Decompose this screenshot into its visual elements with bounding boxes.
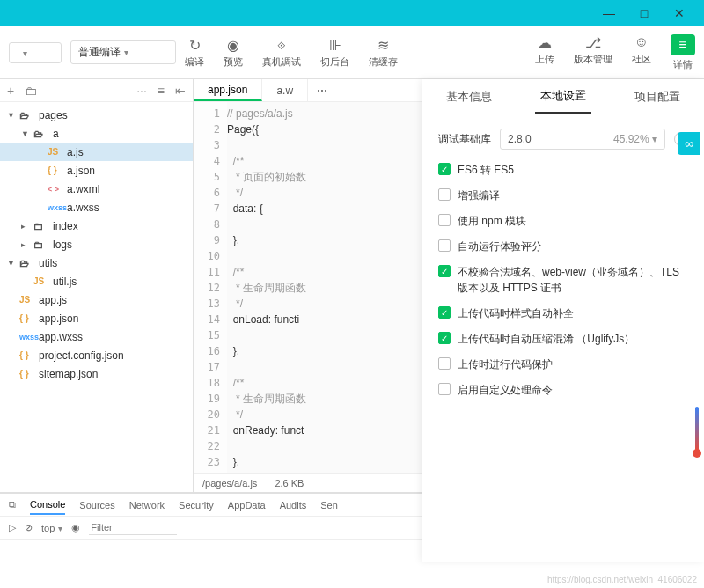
file-explorer: + 🗀 ··· ≡ ⇤ ▼🗁pages▼🗁aJSa.js{ }a.json< >…: [0, 79, 194, 492]
tree-item-logs[interactable]: ▸🗀logs: [0, 235, 193, 254]
devtools-tab-Audits[interactable]: Audits: [280, 500, 307, 511]
inspect-icon[interactable]: ⧉: [9, 499, 16, 511]
tree-item-project.config.json[interactable]: { }project.config.json: [0, 346, 193, 364]
setting-check-1[interactable]: 增强编译: [438, 187, 688, 203]
branch-icon: ⎇: [585, 34, 601, 50]
tree-item-util.js[interactable]: JSutil.js: [0, 272, 193, 290]
setting-check-6[interactable]: ✓上传代码时自动压缩混淆 （UglifyJs）: [438, 331, 688, 347]
context-select[interactable]: top: [41, 523, 62, 533]
stack-icon: ≋: [378, 37, 389, 53]
preview-button[interactable]: ◉预览: [224, 37, 243, 69]
explorer-more-1[interactable]: ···: [136, 84, 147, 98]
explorer-more-2[interactable]: ≡: [158, 84, 165, 98]
tree-item-a.wxss[interactable]: wxssa.wxss: [0, 198, 193, 217]
cut-icon-bg: ⊪: [329, 37, 341, 53]
checkbox-icon[interactable]: [438, 239, 451, 252]
debug-lib-label: 调试基础库: [438, 132, 491, 147]
settings-panel: 基本信息本地设置项目配置 调试基础库 2.8.0 45.92% ▾ ? ✓ES6…: [422, 79, 704, 562]
watermark: https://blog.csdn.net/weixin_41606022: [547, 575, 697, 584]
real-debug-button[interactable]: ⟐真机调试: [262, 37, 301, 69]
devtools-tab-Sources[interactable]: Sources: [79, 500, 114, 511]
settings-tab-1[interactable]: 本地设置: [535, 79, 591, 114]
thermometer-icon: [693, 405, 700, 458]
setting-check-7[interactable]: 上传时进行代码保护: [438, 356, 688, 372]
clear-cache-button[interactable]: ≋清缓存: [369, 37, 398, 69]
compile-button[interactable]: ↻编译: [185, 37, 204, 69]
checkbox-icon[interactable]: ✓: [438, 332, 451, 344]
setting-check-2[interactable]: 使用 npm 模块: [438, 213, 688, 229]
tree-item-a.json[interactable]: { }a.json: [0, 161, 193, 180]
editor-tab-app.json[interactable]: app.json: [194, 79, 262, 101]
tree-item-sitemap.json[interactable]: { }sitemap.json: [0, 364, 193, 383]
tree-item-app.js[interactable]: JSapp.js: [0, 290, 193, 309]
setting-check-4[interactable]: ✓不校验合法域名、web-view（业务域名）、TLS 版本以及 HTTPS 证…: [438, 264, 688, 296]
status-size: 2.6 KB: [275, 478, 304, 489]
setting-check-3[interactable]: 自动运行体验评分: [438, 239, 688, 254]
open-folder-button[interactable]: 🗀: [25, 84, 37, 98]
maximize-button[interactable]: □: [627, 6, 662, 20]
debug-lib-row: 调试基础库 2.8.0 45.92% ▾ ?: [438, 129, 688, 150]
detail-button[interactable]: ≡详情: [671, 34, 695, 71]
main-toolbar: 普通编译 ↻编译 ◉预览 ⟐真机调试 ⊪切后台 ≋清缓存 ☁上传 ⎇版本管理 ☺…: [0, 26, 704, 79]
tree-item-a.wxml[interactable]: < >a.wxml: [0, 180, 193, 198]
devtools-tab-Security[interactable]: Security: [179, 500, 214, 511]
devtools-tab-Network[interactable]: Network: [129, 500, 165, 511]
minimize-button[interactable]: —: [591, 6, 627, 20]
checkbox-icon[interactable]: [438, 357, 451, 370]
tree-item-utils[interactable]: ▼🗁utils: [0, 254, 193, 272]
editor-tab-a.w[interactable]: a.w: [262, 79, 308, 101]
share-badge[interactable]: ∞: [678, 132, 700, 155]
phone-debug-icon: ⟐: [277, 37, 286, 53]
editor-tabs-more[interactable]: ⋯: [308, 85, 336, 97]
community-button[interactable]: ☺社区: [632, 34, 651, 71]
tree-item-index[interactable]: ▸🗀index: [0, 217, 193, 235]
upload-button[interactable]: ☁上传: [535, 34, 554, 71]
new-file-button[interactable]: +: [7, 84, 14, 98]
settings-tabs: 基本信息本地设置项目配置: [422, 79, 704, 114]
checkbox-icon[interactable]: [438, 214, 451, 226]
checkbox-icon[interactable]: [438, 188, 451, 201]
debug-lib-select[interactable]: 2.8.0 45.92% ▾: [500, 129, 665, 150]
eye-icon: ◉: [227, 37, 239, 53]
tree-item-app.wxss[interactable]: wxssapp.wxss: [0, 327, 193, 346]
settings-tab-2[interactable]: 项目配置: [629, 79, 686, 114]
devtools-tab-AppData[interactable]: AppData: [228, 500, 266, 511]
version-button[interactable]: ⎇版本管理: [574, 34, 612, 71]
line-gutter: 1234567891011121314151617181920212223242…: [194, 102, 227, 473]
tree-item-app.json[interactable]: { }app.json: [0, 309, 193, 327]
console-clear-icon[interactable]: ⊘: [25, 522, 33, 533]
checkbox-icon[interactable]: ✓: [438, 265, 451, 277]
explorer-collapse[interactable]: ⇤: [175, 84, 186, 98]
console-play-icon[interactable]: ▷: [9, 522, 16, 533]
console-filter-input[interactable]: [89, 520, 177, 535]
window-titlebar: — □ ✕: [0, 0, 704, 26]
menu-icon: ≡: [671, 34, 695, 55]
settings-tab-0[interactable]: 基本信息: [441, 79, 497, 114]
file-tree[interactable]: ▼🗁pages▼🗁aJSa.js{ }a.json< >a.wxmlwxssa.…: [0, 102, 193, 492]
devtools-tab-Console[interactable]: Console: [30, 499, 65, 515]
refresh-icon: ↻: [189, 37, 201, 53]
status-path: /pages/a/a.js: [202, 478, 257, 489]
face-icon: ☺: [634, 34, 649, 50]
compile-mode-select[interactable]: 普通编译: [70, 40, 176, 64]
setting-check-0[interactable]: ✓ES6 转 ES5: [438, 162, 688, 178]
tree-item-a.js[interactable]: JSa.js: [0, 143, 193, 161]
checkbox-icon[interactable]: [438, 383, 451, 395]
device-select[interactable]: [9, 42, 62, 63]
cut-bg-button[interactable]: ⊪切后台: [320, 37, 349, 69]
filter-eye-icon[interactable]: ◉: [71, 522, 80, 533]
explorer-toolbar: + 🗀 ··· ≡ ⇤: [0, 79, 193, 102]
tree-item-a[interactable]: ▼🗁a: [0, 124, 193, 143]
checkbox-icon[interactable]: ✓: [438, 163, 451, 175]
chevron-down-icon: ▾: [652, 133, 657, 145]
checkbox-icon[interactable]: ✓: [438, 306, 451, 319]
setting-check-8[interactable]: 启用自定义处理命令: [438, 382, 688, 398]
setting-check-5[interactable]: ✓上传代码时样式自动补全: [438, 305, 688, 321]
tree-item-pages[interactable]: ▼🗁pages: [0, 106, 193, 124]
devtools-tab-Sen[interactable]: Sen: [320, 500, 338, 511]
close-button[interactable]: ✕: [662, 6, 697, 20]
cloud-upload-icon: ☁: [538, 34, 552, 50]
